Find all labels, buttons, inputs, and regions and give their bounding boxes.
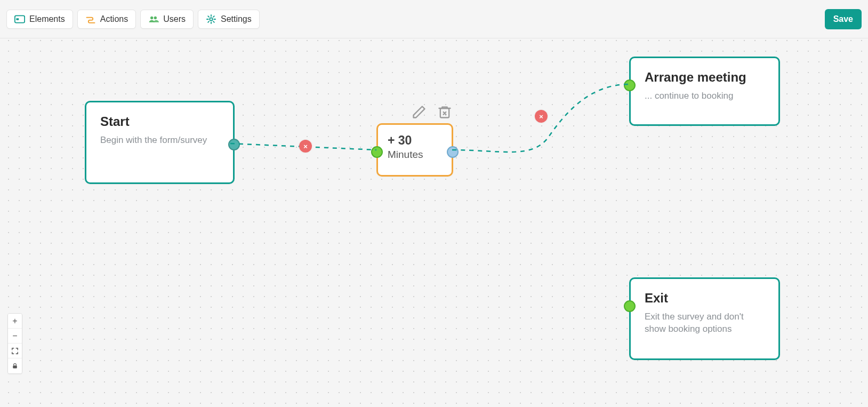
save-button[interactable]: Save (825, 9, 862, 29)
edit-icon[interactable] (412, 105, 427, 119)
svg-point-4 (210, 18, 212, 20)
port-start-out[interactable] (228, 139, 240, 150)
node-exit-title: Exit (645, 291, 765, 306)
elements-label: Elements (29, 14, 65, 24)
zoom-out-button[interactable]: − (8, 329, 22, 344)
users-icon (148, 15, 159, 23)
node-meeting-title: Arrange meeting (645, 70, 765, 85)
settings-button[interactable]: Settings (198, 10, 260, 29)
flow-icon (85, 15, 96, 23)
edge-delete-1[interactable]: × (299, 140, 312, 153)
elements-button[interactable]: Elements (6, 10, 73, 29)
svg-point-3 (154, 16, 157, 19)
users-button[interactable]: Users (140, 10, 194, 29)
node-start[interactable]: Start Begin with the form/survey (85, 101, 235, 184)
form-icon (14, 15, 25, 23)
svg-point-2 (150, 16, 153, 19)
node-wait[interactable]: + 30 Minutes (376, 123, 453, 177)
port-wait-out[interactable] (447, 146, 459, 158)
edge-delete-2[interactable]: × (535, 110, 548, 123)
node-meeting-subtitle: ... continue to booking (645, 90, 765, 102)
wait-node-toolbar (412, 105, 452, 119)
node-wait-title: + 30 (388, 133, 442, 148)
zoom-in-button[interactable]: + (8, 314, 22, 329)
zoom-fit-button[interactable] (8, 344, 22, 358)
actions-button[interactable]: Actions (77, 10, 136, 29)
node-exit[interactable]: Exit Exit the survey and don't show book… (629, 277, 780, 360)
close-icon: × (303, 142, 308, 150)
users-label: Users (163, 14, 186, 24)
node-exit-subtitle: Exit the survey and don't show booking o… (645, 311, 765, 336)
port-meeting-in[interactable] (624, 79, 636, 91)
flow-canvas[interactable]: Start Begin with the form/survey + 30 Mi… (0, 0, 868, 407)
node-start-subtitle: Begin with the form/survey (100, 134, 219, 147)
node-start-title: Start (100, 114, 219, 129)
node-meeting[interactable]: Arrange meeting ... continue to booking (629, 57, 780, 126)
port-wait-in[interactable] (371, 146, 383, 158)
top-toolbar: Elements Actions Users Settings (0, 0, 868, 38)
zoom-controls: + − (7, 313, 22, 374)
actions-label: Actions (100, 14, 128, 24)
close-icon: × (539, 113, 543, 121)
svg-rect-1 (16, 18, 19, 20)
settings-label: Settings (221, 14, 252, 24)
svg-rect-6 (13, 365, 17, 368)
delete-icon[interactable] (437, 105, 452, 119)
zoom-lock-button[interactable] (8, 358, 22, 373)
node-wait-subtitle: Minutes (388, 149, 442, 161)
gear-icon (206, 15, 216, 23)
port-exit-in[interactable] (624, 300, 636, 312)
